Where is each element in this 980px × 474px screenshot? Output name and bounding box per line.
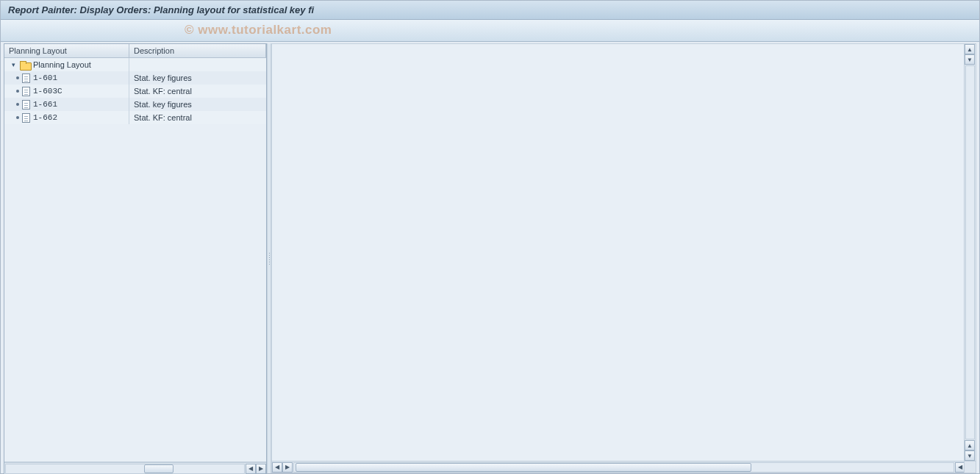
tree-item-desc: Stat. key figures <box>129 73 266 82</box>
tree-item-code: 1-661 <box>33 100 57 109</box>
tree-root-label: Planning Layout <box>33 60 91 69</box>
toolbar: © www.tutorialkart.com <box>1 20 979 42</box>
tree-item-code: 1-603C <box>33 87 62 96</box>
vertical-scrollbar[interactable]: ▲ ▼ ▲ ▼ <box>964 44 976 461</box>
tree-col-layout[interactable]: Planning Layout <box>4 44 129 57</box>
bullet-icon <box>16 90 19 93</box>
tree-item[interactable]: 1-603C Stat. KF: central <box>4 85 266 98</box>
title-bar: Report Painter: Display Orders: Planning… <box>1 1 979 20</box>
tree-item-desc: Stat. key figures <box>129 100 266 109</box>
scroll-up-icon[interactable]: ▲ <box>965 440 975 450</box>
splitter-grip-icon <box>268 252 271 265</box>
scroll-right-icon[interactable]: ▶ <box>282 462 293 473</box>
app-window: Report Painter: Display Orders: Planning… <box>0 0 980 474</box>
scroll-down-icon[interactable]: ▼ <box>965 54 975 65</box>
horizontal-scrollbar[interactable]: ◀ ▶ ◀ ▶ <box>272 461 976 473</box>
scrollbar-corner <box>964 461 976 473</box>
bullet-icon <box>16 103 19 106</box>
tree-item-desc: Stat. KF: central <box>129 113 266 122</box>
scrollbar-thumb[interactable] <box>144 464 174 473</box>
collapse-icon[interactable]: ▾ <box>10 62 17 68</box>
document-icon <box>22 73 30 83</box>
document-icon <box>22 87 30 96</box>
scrollbar-track[interactable] <box>293 462 954 473</box>
work-area: Planning Layout Description ▾ Planning L… <box>1 42 979 473</box>
tree-horizontal-scrollbar[interactable]: ◀ ▶ <box>4 462 266 474</box>
tree-item[interactable]: 1-662 Stat. KF: central <box>4 111 266 124</box>
tree-col-description[interactable]: Description <box>129 44 266 57</box>
scroll-down-icon[interactable]: ▼ <box>965 450 975 461</box>
document-icon <box>22 113 30 123</box>
watermark: © www.tutorialkart.com <box>185 23 332 37</box>
scroll-left-icon[interactable]: ◀ <box>246 464 256 474</box>
tree-item-desc: Stat. KF: central <box>129 87 266 96</box>
scroll-up-icon[interactable]: ▲ <box>965 44 975 54</box>
tree-root-row[interactable]: ▾ Planning Layout <box>4 58 266 71</box>
bullet-icon <box>16 116 19 119</box>
scrollbar-thumb[interactable] <box>296 463 751 472</box>
scrollbar-track[interactable] <box>965 65 975 439</box>
bullet-icon <box>16 76 19 79</box>
tree-item[interactable]: 1-601 Stat. key figures <box>4 71 266 85</box>
content-panel: ▲ ▼ ▲ ▼ ◀ ▶ ◀ ▶ <box>271 43 976 473</box>
content-canvas <box>272 44 976 473</box>
tree-item[interactable]: 1-661 Stat. key figures <box>4 98 266 111</box>
tree-item-code: 1-662 <box>33 113 57 122</box>
tree-panel: Planning Layout Description ▾ Planning L… <box>4 43 267 474</box>
tree-item-code: 1-601 <box>33 73 57 82</box>
page-title: Report Painter: Display Orders: Planning… <box>8 4 314 15</box>
scroll-left-icon[interactable]: ◀ <box>272 462 282 473</box>
scroll-right-icon[interactable]: ▶ <box>256 464 266 474</box>
scrollbar-track[interactable] <box>5 464 245 474</box>
tree-header: Planning Layout Description <box>4 44 266 58</box>
document-icon <box>22 100 30 109</box>
folder-open-icon <box>20 61 30 69</box>
tree-body: ▾ Planning Layout 1-601 Stat. key figure… <box>4 58 266 462</box>
